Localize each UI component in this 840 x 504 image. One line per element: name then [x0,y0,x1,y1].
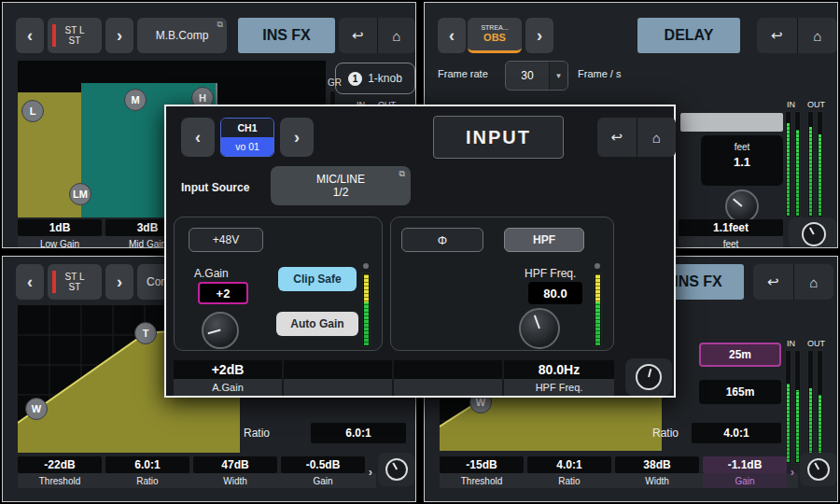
delay-slider-track[interactable] [680,113,783,132]
undo-button[interactable]: ↩ [757,18,797,53]
width-handle[interactable]: W [25,398,48,420]
footer-section-3[interactable] [394,360,502,396]
touch-turn-tile [625,358,672,396]
channel-select-button[interactable]: ST L ST [48,264,102,300]
next-channel-button[interactable]: › [105,264,133,300]
touch-turn-tile [800,453,837,486]
touch-turn-knob[interactable] [636,364,662,390]
threshold-value[interactable]: -22dB [18,456,102,473]
prev-channel-button[interactable]: ‹ [181,118,215,157]
again-meter [362,273,371,347]
clip-indicator-right [595,263,600,269]
prev-channel-button[interactable]: ‹ [16,264,44,300]
more-params-button[interactable]: › [365,462,376,481]
footer-again-label: A.Gain [174,379,282,396]
touch-turn-knob[interactable] [807,458,830,481]
mid-band-handle[interactable]: M [124,89,147,111]
channel-select-button[interactable]: STREA... OBS [468,18,522,53]
hpf-meter [594,273,602,347]
in-label: IN [787,100,795,109]
undo-button[interactable]: ↩ [597,118,637,157]
in-meter-l [785,350,791,464]
chevron-left-icon: ‹ [449,26,455,46]
footer-section-hpf[interactable]: 80.0Hz HPF Freq. [504,360,614,396]
low-gain-label: Low Gain [18,236,102,248]
home-icon: ⌂ [392,28,400,44]
lowmid-band-handle[interactable]: LM [69,183,91,205]
in-meter-r [794,111,801,217]
home-icon: ⌂ [809,274,818,290]
phase-button[interactable]: Φ [401,228,483,252]
auto-gain-button[interactable]: Auto Gain [276,312,358,336]
width-value[interactable]: 47dB [193,456,277,473]
next-channel-button[interactable]: › [525,18,553,53]
ratio-value[interactable]: 4.0:1 [692,423,781,443]
threshold-handle[interactable]: T [134,322,157,344]
home-button[interactable]: ⌂ [793,264,834,300]
undo-icon: ↩ [610,129,623,146]
channel-name: vo 01 [221,137,273,156]
home-button[interactable]: ⌂ [797,18,838,53]
release-value-box[interactable]: 165m [699,380,781,404]
one-knob-icon: 1 [348,72,362,86]
width-label: Width [193,473,277,488]
next-channel-button[interactable]: › [280,118,314,157]
one-knob-button[interactable]: 1 1-knob [335,63,415,94]
threshold-value[interactable]: -15dB [440,456,524,473]
ratio-value[interactable]: 6.0:1 [311,423,406,443]
low-band-handle[interactable]: L [21,100,44,122]
out-meter-l [807,111,814,217]
gain-value[interactable]: -1.1dB [703,456,787,473]
input-source-label: Input Source [181,181,249,194]
gain-value[interactable]: -0.5dB [281,456,365,473]
undo-button[interactable]: ↩ [339,18,377,53]
home-button[interactable]: ⌂ [377,18,416,53]
prev-channel-button[interactable]: ‹ [438,18,466,53]
home-button[interactable]: ⌂ [637,118,677,157]
clip-safe-button[interactable]: Clip Safe [278,267,357,291]
chevron-right-icon: › [537,26,542,46]
low-gain-value[interactable]: 1dB [18,219,102,236]
hpf-freq-value-box[interactable]: 80.0 [528,282,582,304]
threshold-label: Threshold [18,473,102,488]
page-title: INS FX [238,18,335,53]
attack-value-box[interactable]: 25m [699,343,781,367]
undo-button[interactable]: ↩ [753,264,793,300]
input-source-button[interactable]: MIC/LINE 1/2 ⧉ [271,166,411,205]
next-channel-button[interactable]: › [105,18,133,53]
nav-group: ↩ ⌂ [597,118,676,157]
out-meter-r [817,111,823,217]
channel-name-2: ST [69,282,81,293]
delay-value-box[interactable]: feet 1.1 [701,135,783,186]
again-value-box[interactable]: +2 [198,282,248,304]
undo-icon: ↩ [767,273,779,290]
footer-section-again[interactable]: +2dB A.Gain [174,360,282,396]
phantom-48v-button[interactable]: +48V [189,228,263,252]
delay-knob[interactable] [725,189,759,223]
channel-name: STREA... [481,24,508,32]
source-line2: 1/2 [333,186,349,199]
touch-turn-knob[interactable] [802,222,826,246]
library-button[interactable]: M.B.Comp ⧉ [137,18,227,53]
channel-select-button[interactable]: CH1 vo 01 [220,118,274,157]
channel-select-button[interactable]: ST L ST [48,18,102,53]
width-value[interactable]: 38dB [615,456,699,473]
touch-turn-knob[interactable] [385,458,408,481]
frame-rate-dropdown[interactable]: 30 ▼ [505,61,568,91]
hpf-freq-knob[interactable] [519,308,560,349]
channel-name: ST L [65,25,85,36]
channel-number: CH1 [221,119,273,137]
footer-section-2[interactable] [284,360,392,396]
ratio-label: Ratio [244,427,270,440]
delay-footer-value[interactable]: 1.1feet [679,219,783,236]
more-params-button[interactable]: › [787,462,798,481]
undo-icon: ↩ [771,27,783,44]
hpf-button[interactable]: HPF [504,228,584,252]
dialog-title: INPUT [433,116,564,159]
copy-icon: ⧉ [399,169,405,179]
again-knob[interactable] [202,312,239,349]
ratio-footer-value[interactable]: 4.0:1 [527,456,611,473]
ratio-footer-value[interactable]: 6.0:1 [105,456,189,473]
in-meter-l [785,111,791,217]
prev-channel-button[interactable]: ‹ [16,18,44,53]
